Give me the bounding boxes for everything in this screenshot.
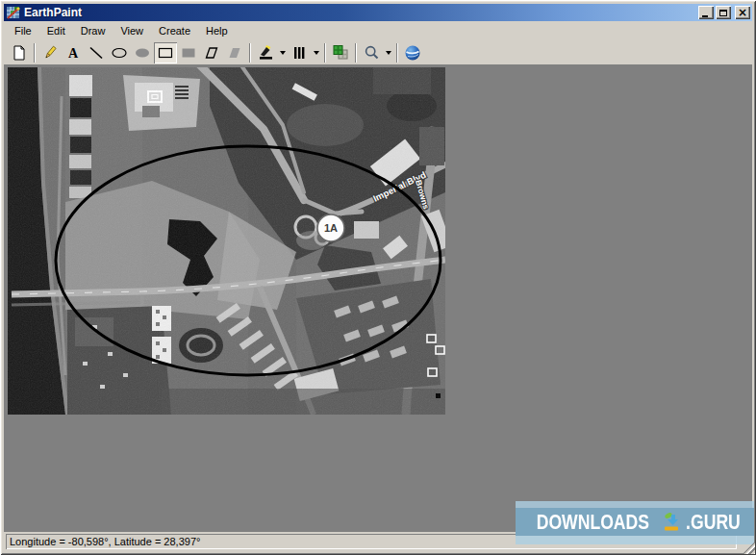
- transparency-colors-icon: [332, 44, 349, 61]
- polygon-filled-icon: [227, 45, 242, 61]
- close-button[interactable]: ×: [735, 6, 750, 19]
- menu-bar: File Edit Draw View Create Help: [4, 21, 752, 40]
- window-title: EarthPaint: [24, 4, 82, 21]
- ellipse-outline-icon: [111, 45, 128, 61]
- menu-file[interactable]: File: [7, 22, 39, 39]
- route-marker-1a[interactable]: 1A: [317, 214, 344, 241]
- route-marker-label: 1A: [324, 222, 338, 234]
- close-icon: ×: [738, 7, 747, 18]
- toolbar-separator: [324, 43, 326, 63]
- rectangle-filled-tool-button[interactable]: [177, 42, 200, 63]
- earthpaint-window: EarthPaint × File Edit Draw View Create …: [0, 0, 756, 555]
- pencil-icon: [42, 45, 58, 61]
- polygon-outline-tool-button[interactable]: [200, 42, 223, 63]
- text-icon: A: [65, 45, 81, 61]
- google-earth-globe-icon: [404, 44, 421, 62]
- ellipse-outline-tool-button[interactable]: [108, 42, 131, 63]
- google-earth-button[interactable]: [401, 42, 424, 63]
- menu-draw[interactable]: Draw: [73, 22, 113, 39]
- line-icon: [88, 45, 104, 61]
- watermark-text-right: .GURU: [686, 510, 741, 535]
- satellite-map-image[interactable]: Imperial Blvd Browns 1A: [8, 67, 445, 415]
- blank-page-icon: [12, 45, 27, 61]
- zoom-button[interactable]: [360, 42, 383, 63]
- menu-edit[interactable]: Edit: [39, 22, 73, 39]
- zoom-dropdown[interactable]: [383, 42, 393, 63]
- draw-color-button[interactable]: [254, 42, 277, 63]
- toolbar: A: [4, 40, 752, 64]
- ellipse-filled-icon: [134, 45, 151, 61]
- drawing-canvas[interactable]: Imperial Blvd Browns 1A: [4, 64, 752, 532]
- polygon-filled-tool-button[interactable]: [223, 42, 246, 63]
- menu-view[interactable]: View: [113, 22, 151, 39]
- svg-text:A: A: [68, 46, 79, 61]
- line-width-dropdown[interactable]: [311, 42, 321, 63]
- line-tool-button[interactable]: [85, 42, 108, 63]
- toolbar-separator: [249, 43, 251, 63]
- toolbar-separator: [355, 43, 357, 63]
- line-width-button[interactable]: [288, 42, 311, 63]
- menu-help[interactable]: Help: [198, 22, 236, 39]
- download-arrow-icon: [660, 511, 683, 534]
- rectangle-outline-tool-button[interactable]: [154, 42, 177, 63]
- menu-create[interactable]: Create: [151, 22, 198, 39]
- toolbar-separator: [396, 43, 398, 63]
- draw-color-dropdown[interactable]: [277, 42, 288, 63]
- rectangle-filled-icon: [180, 45, 197, 61]
- line-width-icon: [291, 45, 307, 61]
- polygon-outline-icon: [204, 45, 219, 61]
- text-tool-button[interactable]: A: [62, 42, 85, 63]
- watermark-text-left: DOWNLOADS: [537, 510, 649, 535]
- pencil-tool-button[interactable]: [38, 42, 62, 63]
- magnifier-icon: [364, 44, 380, 61]
- new-document-button[interactable]: [8, 42, 31, 63]
- app-icon: [6, 5, 21, 20]
- maximize-button[interactable]: [716, 6, 731, 19]
- transparency-colors-button[interactable]: [329, 42, 352, 63]
- ellipse-filled-tool-button[interactable]: [131, 42, 154, 63]
- marker-pen-icon: [258, 44, 274, 61]
- minimize-button[interactable]: [698, 6, 714, 19]
- toolbar-separator: [34, 43, 36, 63]
- title-bar[interactable]: EarthPaint ×: [4, 4, 752, 21]
- maximize-icon: [719, 10, 727, 16]
- minimize-icon: [702, 15, 708, 17]
- rectangle-outline-icon: [157, 45, 174, 61]
- downloads-guru-watermark: DOWNLOADS .GURU: [516, 501, 754, 544]
